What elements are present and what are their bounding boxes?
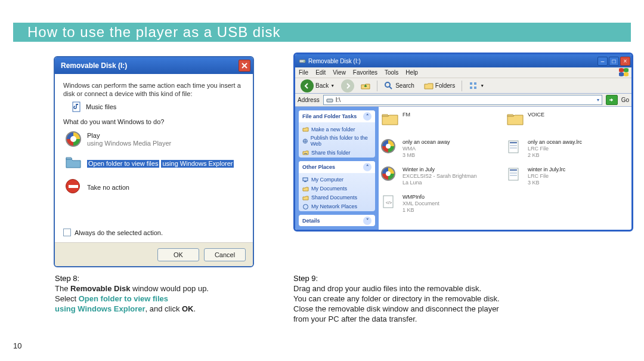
file-kind-label: Music files bbox=[86, 103, 116, 110]
menu-file[interactable]: File bbox=[299, 69, 308, 76]
menu-tools[interactable]: Tools bbox=[385, 69, 398, 76]
dialog-prompt: What do you want Windows to do? bbox=[63, 118, 244, 125]
search-button[interactable]: Search bbox=[381, 79, 417, 92]
lrc-file-icon bbox=[506, 139, 524, 155]
side-place-my-computer[interactable]: My Computer bbox=[302, 175, 371, 184]
close-icon bbox=[242, 63, 247, 69]
explorer-toolbar: Back ▼ Search Folders ▼ bbox=[295, 78, 631, 94]
explorer-close-button[interactable]: × bbox=[620, 57, 630, 66]
windows-logo-icon bbox=[618, 67, 629, 77]
folder-icon bbox=[381, 112, 399, 127]
dialog-message: Windows can perform the same action each… bbox=[63, 81, 244, 98]
svg-rect-2 bbox=[304, 61, 305, 61]
folders-icon bbox=[424, 81, 434, 91]
always-row[interactable]: Always do the selected action. bbox=[63, 229, 163, 236]
folder-icon bbox=[66, 155, 82, 172]
back-button[interactable]: Back ▼ bbox=[298, 78, 338, 94]
side-details-panel: Details ˅ bbox=[299, 215, 375, 226]
svg-rect-4 bbox=[470, 82, 472, 85]
address-value: I:\ bbox=[336, 97, 340, 103]
explorer-sidebar: File and Folder Tasks ˄ Make a new folde… bbox=[295, 107, 379, 230]
folder-up-icon bbox=[361, 81, 370, 91]
always-checkbox[interactable] bbox=[63, 229, 71, 236]
explorer-content[interactable]: FM VOICE only an ocean awayWMA3 MB only … bbox=[379, 107, 631, 230]
side-tasks-panel: File and Folder Tasks ˄ Make a new folde… bbox=[299, 110, 375, 158]
share-icon bbox=[302, 149, 309, 156]
explorer-titlebar[interactable]: Removable Disk (I:) – □ × bbox=[295, 54, 631, 67]
step9-caption: Step 9: Drag and drop your audio files i… bbox=[293, 273, 627, 324]
file-ocean-away[interactable]: only an ocean awayWMA3 MB bbox=[381, 139, 504, 163]
folders-button[interactable]: Folders bbox=[421, 79, 458, 92]
computer-icon bbox=[302, 177, 309, 183]
page-number: 10 bbox=[13, 341, 21, 350]
go-button[interactable] bbox=[606, 95, 618, 105]
svg-rect-5 bbox=[474, 82, 476, 85]
search-icon bbox=[384, 81, 394, 91]
minimize-button[interactable]: – bbox=[597, 57, 608, 66]
svg-rect-15 bbox=[510, 145, 517, 146]
option-play-secondary: using Windows Media Player bbox=[87, 140, 171, 147]
chevron-up-icon: ˄ bbox=[363, 163, 371, 171]
option-play[interactable]: Play using Windows Media Player bbox=[63, 128, 244, 152]
dialog-title: Removable Disk (I:) bbox=[61, 61, 127, 70]
documents-icon bbox=[302, 186, 309, 192]
explorer-window: Removable Disk (I:) – □ × File Edit View… bbox=[293, 53, 633, 232]
svg-rect-20 bbox=[510, 172, 517, 174]
option-no-action[interactable]: Take no action bbox=[63, 175, 244, 199]
dialog-body: Windows can perform the same action each… bbox=[55, 74, 253, 242]
side-task-publish[interactable]: Publish this folder to the Web bbox=[302, 134, 371, 148]
menu-help[interactable]: Help bbox=[405, 69, 418, 76]
side-place-network[interactable]: My Network Places bbox=[302, 202, 371, 211]
svg-rect-17 bbox=[510, 142, 517, 143]
side-task-new-folder[interactable]: Make a new folder bbox=[302, 125, 371, 134]
back-arrow-icon bbox=[301, 79, 314, 92]
ok-button[interactable]: OK bbox=[157, 248, 199, 261]
side-place-my-documents[interactable]: My Documents bbox=[302, 184, 371, 193]
back-label: Back bbox=[315, 82, 329, 89]
side-places-header[interactable]: Other Places ˄ bbox=[299, 161, 375, 173]
side-place-shared-documents[interactable]: Shared Documents bbox=[302, 193, 371, 202]
svg-rect-21 bbox=[510, 175, 517, 176]
drive-icon bbox=[326, 97, 333, 104]
svg-rect-8 bbox=[327, 99, 333, 102]
address-field[interactable]: I:\ ▾ bbox=[323, 95, 602, 105]
option-open-primary: Open folder to view files bbox=[87, 160, 159, 168]
option-open-secondary: using Windows Explorer bbox=[161, 160, 234, 168]
side-task-share[interactable]: Share this folder bbox=[302, 148, 371, 157]
audio-file-icon bbox=[381, 166, 399, 181]
noentry-icon bbox=[66, 179, 82, 196]
file-winter-in-july[interactable]: Winter in JulyEXCELSIS2 - Sarah Brightma… bbox=[381, 166, 504, 190]
option-open-folder[interactable]: Open folder to view files using Windows … bbox=[63, 152, 244, 175]
shared-docs-icon bbox=[302, 195, 309, 201]
step8-caption: Step 8: The Removable Disk window would … bbox=[55, 273, 270, 314]
file-wmpinfo[interactable]: </> WMPInfoXML Document1 KB bbox=[381, 194, 504, 218]
explorer-address-bar: Address I:\ ▾ Go bbox=[295, 94, 631, 107]
cancel-button[interactable]: Cancel bbox=[204, 248, 246, 261]
menu-view[interactable]: View bbox=[333, 69, 346, 76]
go-arrow-icon bbox=[609, 97, 614, 103]
menu-favorites[interactable]: Favorites bbox=[353, 69, 377, 76]
file-winter-in-july-lrc[interactable]: winter in July.lrcLRC File3 KB bbox=[506, 166, 629, 190]
dialog-titlebar[interactable]: Removable Disk (I:) bbox=[55, 57, 253, 74]
views-button[interactable]: ▼ bbox=[466, 79, 487, 92]
option-noaction-primary: Take no action bbox=[87, 184, 129, 192]
explorer-title: Removable Disk (I:) bbox=[308, 58, 361, 64]
close-button[interactable] bbox=[239, 60, 250, 72]
up-button[interactable] bbox=[358, 79, 373, 92]
address-chevron-icon[interactable]: ▾ bbox=[597, 97, 599, 103]
svg-rect-7 bbox=[474, 87, 476, 89]
folder-voice[interactable]: VOICE bbox=[506, 112, 629, 135]
maximize-button[interactable]: □ bbox=[609, 57, 619, 66]
svg-rect-6 bbox=[470, 87, 472, 89]
explorer-menu-bar: File Edit View Favorites Tools Help bbox=[295, 67, 631, 78]
folder-fm[interactable]: FM bbox=[381, 112, 504, 135]
side-details-header[interactable]: Details ˅ bbox=[299, 215, 375, 226]
side-tasks-header[interactable]: File and Folder Tasks ˄ bbox=[299, 110, 375, 122]
menu-edit[interactable]: Edit bbox=[315, 69, 326, 76]
chevron-down-icon: ˅ bbox=[363, 217, 371, 225]
file-ocean-away-lrc[interactable]: only an ocean away.lrcLRC File2 KB bbox=[506, 139, 629, 163]
svg-point-3 bbox=[385, 82, 390, 87]
globe-icon bbox=[302, 138, 308, 144]
forward-button[interactable] bbox=[341, 79, 354, 92]
option-play-primary: Play bbox=[87, 132, 171, 140]
